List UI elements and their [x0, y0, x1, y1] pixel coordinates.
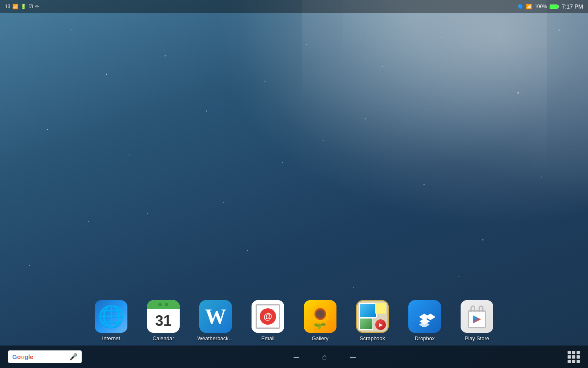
- dock: 🌐 Internet 31 Calendar W Weatherback…: [0, 300, 588, 346]
- sim-icon: 📶: [12, 4, 18, 9]
- google-search-bar[interactable]: Google 🎤: [8, 350, 82, 363]
- grid-dot: [577, 351, 580, 354]
- battery-status-icon: 🔋: [20, 4, 27, 9]
- app-email[interactable]: @ Email: [247, 300, 288, 341]
- dropbox-label: Dropbox: [414, 335, 434, 341]
- app-calendar[interactable]: 31 Calendar: [143, 300, 184, 341]
- time-display: 7:17 PM: [562, 3, 583, 10]
- internet-label: Internet: [102, 335, 120, 341]
- grid-dot: [568, 355, 571, 359]
- app-playstore[interactable]: Play Store: [457, 300, 497, 341]
- calendar-icon-img: 31: [147, 300, 180, 333]
- app-weatherback[interactable]: W Weatherback…: [195, 300, 236, 341]
- grid-dot: [577, 355, 580, 359]
- weatherback-icon-img: W: [199, 300, 232, 333]
- scrapbook-icon-img: ▶: [356, 300, 389, 333]
- gallery-label: Gallery: [312, 335, 328, 341]
- grid-dot: [568, 351, 571, 354]
- grid-dot: [572, 355, 575, 359]
- app-gallery[interactable]: 🌻 Gallery: [300, 300, 341, 341]
- grid-dot: [572, 351, 575, 354]
- battery-icon: [550, 4, 558, 9]
- dropbox-svg: [414, 306, 435, 327]
- playstore-icon-img: [461, 300, 493, 333]
- grid-dot: [577, 360, 580, 363]
- email-icon-img: @: [252, 300, 284, 333]
- nav-left: Google 🎤: [8, 350, 82, 363]
- svg-marker-1: [425, 314, 435, 320]
- app-internet[interactable]: 🌐 Internet: [91, 300, 131, 341]
- google-logo: Google: [12, 353, 33, 361]
- nav-bar: Google 🎤 — ⌂ —: [0, 346, 588, 368]
- internet-icon-img: 🌐: [95, 300, 127, 333]
- status-left: 13 📶 🔋 ☑ ✏: [5, 4, 39, 9]
- home-button[interactable]: ⌂: [319, 350, 330, 363]
- nav-right: [568, 351, 580, 363]
- calendar-label: Calendar: [153, 335, 174, 341]
- weatherback-label: Weatherback…: [197, 335, 234, 341]
- playstore-label: Play Store: [465, 335, 489, 341]
- gallery-icon-img: 🌻: [304, 300, 336, 333]
- app-dropbox[interactable]: Dropbox: [404, 300, 445, 341]
- bluetooth-icon: 🔷: [517, 4, 523, 9]
- grid-dot: [568, 360, 571, 363]
- edit-status-icon: ✏: [35, 4, 39, 9]
- status-bar: 13 📶 🔋 ☑ ✏ 🔷 📶 100% 7:17 PM: [0, 0, 588, 13]
- apps-grid-button[interactable]: [568, 351, 580, 363]
- recents-button[interactable]: —: [347, 352, 359, 362]
- email-label: Email: [261, 335, 275, 341]
- back-button[interactable]: —: [290, 352, 303, 362]
- svg-marker-4: [473, 315, 481, 323]
- email-status-icon: ☑: [29, 4, 33, 9]
- nav-center: — ⌂ —: [290, 350, 359, 363]
- battery-percent: 100%: [535, 4, 547, 9]
- mic-icon[interactable]: 🎤: [69, 353, 78, 361]
- calendar-date: 31: [147, 309, 180, 333]
- app-scrapbook[interactable]: ▶ Scrapbook: [352, 300, 393, 341]
- dock-icons: 🌐 Internet 31 Calendar W Weatherback…: [91, 300, 497, 341]
- wifi-icon: 📶: [526, 4, 532, 9]
- scrapbook-label: Scrapbook: [360, 335, 385, 341]
- grid-dot: [572, 360, 575, 363]
- dropbox-icon-img: [408, 300, 441, 333]
- notification-count: 13: [5, 4, 10, 9]
- status-right: 🔷 📶 100% 7:17 PM: [517, 3, 583, 10]
